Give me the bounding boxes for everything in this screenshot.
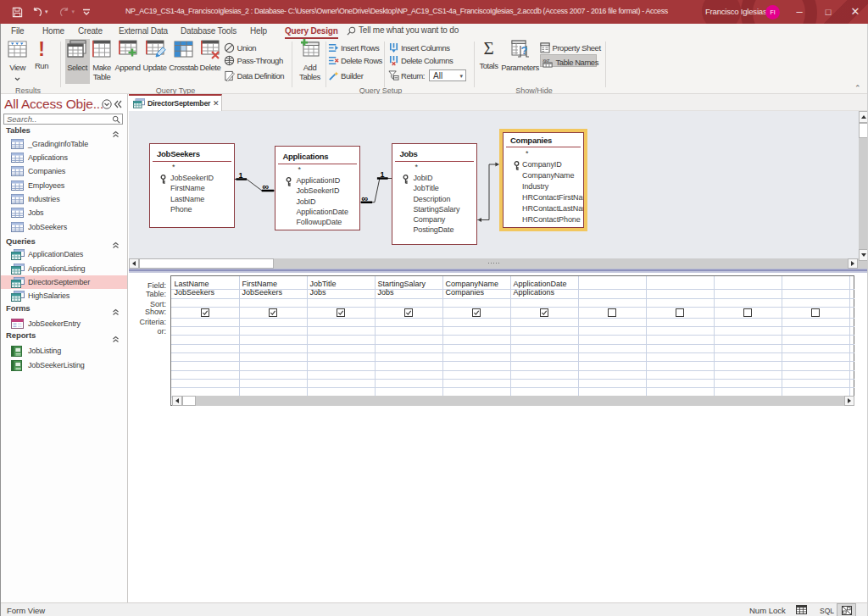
svg-text:∞: ∞ (362, 193, 369, 203)
svg-text:?: ? (520, 44, 527, 57)
svg-text:1: 1 (381, 170, 385, 179)
svg-text:xyz: xyz (542, 57, 549, 62)
svg-text:∞: ∞ (263, 181, 270, 191)
svg-text:1: 1 (239, 171, 243, 180)
